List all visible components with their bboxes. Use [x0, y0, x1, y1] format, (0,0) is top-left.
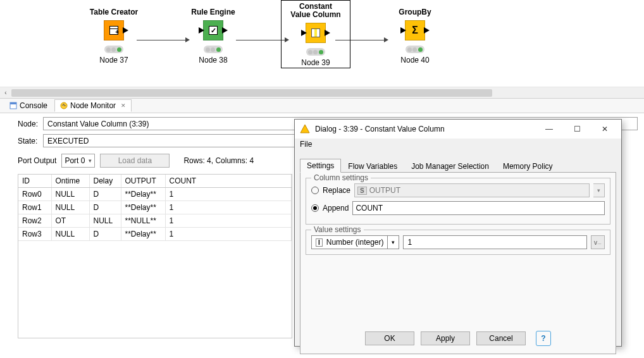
state-field: EXECUTED — [43, 134, 309, 147]
table-row[interactable]: Row0NULLD**Delay**1 — [18, 188, 292, 201]
column-header[interactable]: Delay — [89, 175, 121, 188]
chevron-down-icon: ▾ — [89, 157, 92, 164]
table-cell: 1 — [165, 228, 292, 241]
tab-label: Console — [20, 101, 47, 110]
append-column-field[interactable]: COUNT — [352, 201, 605, 215]
node-id: Node 39 — [278, 58, 354, 67]
chevron-down-icon: ▾ — [388, 235, 399, 249]
table-cell: NULL — [51, 201, 89, 214]
output-port[interactable] — [325, 30, 330, 36]
load-data-button[interactable]: Load data — [100, 154, 170, 168]
apply-button[interactable]: Apply — [421, 331, 470, 345]
tab-node-monitor[interactable]: Node Monitor ✕ — [54, 99, 132, 112]
output-port[interactable] — [123, 27, 128, 34]
table-cell: **NULL** — [121, 214, 165, 228]
app-icon — [300, 124, 310, 134]
ok-button[interactable]: OK — [365, 331, 414, 345]
traffic-light-icon — [204, 46, 223, 53]
horizontal-scrollbar[interactable]: ‹ — [0, 87, 644, 98]
console-icon — [9, 102, 17, 109]
node-title: Constant Value Column — [278, 3, 354, 19]
fieldset-legend: Value settings — [311, 225, 364, 234]
input-port[interactable] — [301, 30, 307, 36]
output-port[interactable] — [222, 27, 228, 34]
column-header[interactable]: Ontime — [51, 175, 89, 188]
node-id: Node 37 — [76, 56, 152, 65]
node-id: Node 40 — [377, 56, 453, 65]
table-row[interactable]: Row2OTNULL**NULL**1 — [18, 214, 292, 228]
table-cell: **Delay** — [121, 188, 165, 201]
column-header[interactable]: ID — [18, 175, 51, 188]
integer-type-icon: I — [316, 238, 323, 247]
value-type-select[interactable]: I Number (integer) ▾ — [311, 235, 399, 249]
column-header[interactable]: OUTPUT — [121, 175, 165, 188]
node-table-creator[interactable]: Table Creator + Node 37 — [76, 8, 152, 65]
tab-memory-policy[interactable]: Memory Policy — [496, 159, 560, 173]
table-cell: D — [89, 201, 121, 214]
table-cell: D — [89, 228, 121, 241]
node-constant-value-column[interactable]: Constant Value Column Node 39 — [278, 3, 354, 67]
append-radio[interactable] — [311, 204, 319, 212]
node-icon: ✓ — [203, 20, 223, 40]
cancel-button[interactable]: Cancel — [476, 331, 526, 345]
settings-pane: Column settings Replace S OUTPUT ▾ Appen… — [300, 173, 616, 354]
column-icon — [311, 28, 320, 37]
node-groupby[interactable]: GroupBy Σ Node 40 — [377, 8, 453, 65]
table-cell: 1 — [165, 201, 292, 214]
table-cell: Row0 — [18, 188, 51, 201]
workflow-canvas[interactable]: Table Creator + Node 37 Rule Engine ✓ No… — [0, 0, 644, 98]
table-row[interactable]: Row3NULLD**Delay**1 — [18, 228, 292, 241]
help-button[interactable]: ? — [536, 331, 551, 346]
replace-label: Replace — [323, 186, 350, 195]
close-icon[interactable]: ✕ — [121, 102, 126, 109]
tab-console[interactable]: Console — [4, 99, 53, 112]
node-title: Rule Engine — [175, 8, 251, 16]
fieldset-legend: Column settings — [311, 173, 371, 182]
dialog-window: Dialog - 3:39 - Constant Value Column — … — [294, 119, 622, 347]
node-icon — [306, 23, 326, 43]
dialog-titlebar[interactable]: Dialog - 3:39 - Constant Value Column — … — [295, 120, 621, 139]
menu-file[interactable]: File — [300, 140, 312, 149]
table-cell: Row1 — [18, 201, 51, 214]
replace-column-field: S OUTPUT — [354, 183, 590, 197]
column-header[interactable]: COUNT — [165, 175, 292, 188]
dialog-tab-bar: Settings Flow Variables Job Manager Sele… — [300, 157, 616, 173]
value-settings-group: Value settings I Number (integer) ▾ 1 v… — [306, 230, 610, 255]
tab-flow-variables[interactable]: Flow Variables — [341, 159, 404, 173]
tab-settings[interactable]: Settings — [300, 159, 341, 173]
minimize-button[interactable]: — — [538, 122, 560, 136]
output-port[interactable] — [424, 27, 430, 34]
table-cell: NULL — [89, 214, 121, 228]
node-rule-engine[interactable]: Rule Engine ✓ Node 38 — [175, 8, 251, 65]
rows-columns-text: Rows: 4, Columns: 4 — [183, 156, 254, 165]
monitor-icon — [60, 102, 68, 109]
port-output-label: Port Output — [18, 156, 56, 165]
node-title: GroupBy — [377, 8, 453, 16]
tab-label: Node Monitor — [70, 101, 116, 110]
table-cell: D — [89, 188, 121, 201]
svg-rect-1 — [10, 102, 16, 104]
sigma-icon: Σ — [412, 25, 418, 36]
chevron-left-icon[interactable]: ‹ — [0, 89, 11, 96]
replace-radio[interactable] — [311, 187, 319, 194]
output-table[interactable]: ID Ontime Delay OUTPUT COUNT Row0NULLD**… — [18, 174, 292, 338]
chevron-down-icon[interactable]: ▾ — [593, 183, 605, 197]
port-select[interactable]: Port 0▾ — [61, 154, 95, 168]
table-row[interactable]: Row1NULLD**Delay**1 — [18, 201, 292, 214]
scrollbar-thumb[interactable] — [11, 89, 492, 97]
table-cell: Row3 — [18, 228, 51, 241]
tab-job-manager[interactable]: Job Manager Selection — [404, 159, 496, 173]
input-port[interactable] — [400, 27, 406, 34]
close-button[interactable]: ✕ — [593, 122, 616, 136]
flow-variable-button[interactable]: v… — [591, 235, 605, 249]
traffic-light-icon — [406, 46, 424, 53]
table-cell: **Delay** — [121, 201, 165, 214]
table-cell: NULL — [51, 188, 89, 201]
node-label: Node: — [18, 120, 43, 128]
traffic-light-icon — [104, 46, 123, 53]
maximize-button[interactable]: ☐ — [566, 122, 588, 136]
table-cell: OT — [51, 214, 89, 228]
value-input[interactable]: 1 — [403, 235, 587, 249]
input-port[interactable] — [199, 27, 204, 34]
view-tab-bar: Console Node Monitor ✕ — [0, 98, 644, 113]
